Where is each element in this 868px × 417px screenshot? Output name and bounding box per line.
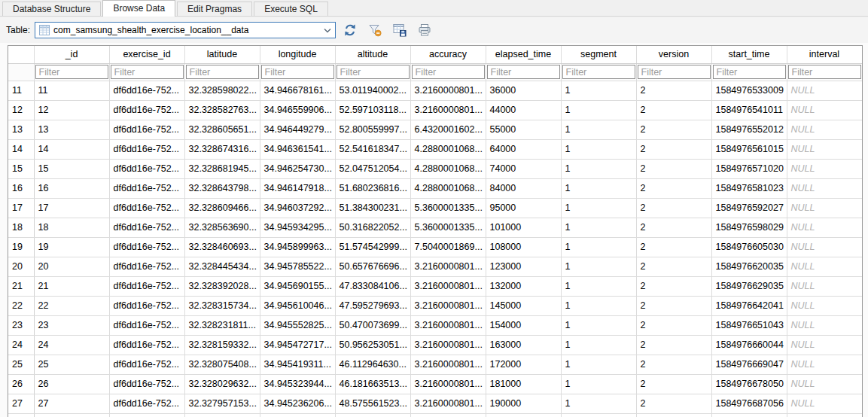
cell-_id[interactable]: 26 bbox=[34, 374, 109, 394]
cell-longitude[interactable]: 34.946559906... bbox=[260, 100, 335, 120]
column-header-interval[interactable]: interval bbox=[787, 46, 862, 63]
cell-elapsed_time[interactable]: 108000 bbox=[486, 237, 561, 257]
row-number[interactable]: 16 bbox=[8, 178, 34, 198]
cell-longitude[interactable]: 34.945934295... bbox=[260, 218, 335, 237]
row-number[interactable]: 15 bbox=[8, 159, 34, 178]
cell-exercise_id[interactable]: df6dd16e-752... bbox=[109, 100, 184, 120]
cell-altitude[interactable]: 47.833084106... bbox=[335, 276, 410, 296]
row-number[interactable]: 27 bbox=[8, 394, 34, 413]
filter-input-accuracy[interactable] bbox=[412, 65, 485, 79]
cell-version[interactable]: 2 bbox=[636, 120, 711, 139]
cell-accuracy[interactable]: 3.2160000801... bbox=[410, 315, 486, 335]
cell-exercise_id[interactable]: df6dd16e-752... bbox=[109, 159, 184, 178]
cell-latitude[interactable]: 32.328643798... bbox=[184, 178, 260, 198]
cell-_id[interactable]: 21 bbox=[34, 276, 109, 296]
cell-version[interactable]: 2 bbox=[636, 394, 711, 413]
cell-segment[interactable]: 1 bbox=[561, 120, 636, 139]
cell-latitude[interactable]: 32.328674316... bbox=[184, 139, 260, 159]
cell-longitude[interactable]: 34.946678161... bbox=[260, 81, 335, 100]
cell-_id[interactable]: 16 bbox=[34, 178, 109, 198]
cell-version[interactable]: 2 bbox=[636, 276, 711, 296]
cell-segment[interactable]: 1 bbox=[561, 139, 636, 159]
cell-longitude[interactable]: 34.945236206... bbox=[260, 394, 335, 413]
cell-exercise_id[interactable]: df6dd16e-752... bbox=[109, 335, 184, 355]
cell-interval[interactable]: NULL bbox=[787, 139, 862, 159]
cell-longitude[interactable]: 34.946449279... bbox=[260, 120, 335, 139]
cell-latitude[interactable]: 32.328598022... bbox=[184, 81, 260, 100]
cell-latitude[interactable]: 32.328681945... bbox=[184, 159, 260, 178]
cell-longitude[interactable]: 34.946361541... bbox=[260, 139, 335, 159]
cell-segment[interactable]: 1 bbox=[561, 178, 636, 198]
cell-accuracy[interactable]: 3.2160000801... bbox=[410, 257, 486, 276]
cell-version[interactable]: 2 bbox=[636, 178, 711, 198]
column-header-version[interactable]: version bbox=[636, 46, 711, 63]
cell-elapsed_time[interactable]: 145000 bbox=[486, 296, 561, 315]
filter-input-interval[interactable] bbox=[788, 65, 861, 79]
cell-version[interactable]: 2 bbox=[636, 296, 711, 315]
filter-input-altitude[interactable] bbox=[337, 65, 410, 79]
row-number[interactable]: 12 bbox=[8, 100, 34, 120]
cell-longitude[interactable]: 34.945472717... bbox=[260, 335, 335, 355]
column-header-altitude[interactable]: altitude bbox=[335, 46, 410, 63]
print-button[interactable] bbox=[414, 21, 435, 39]
cell-start_time[interactable]: 1584976651043 bbox=[711, 315, 787, 335]
cell-segment[interactable]: 1 bbox=[561, 237, 636, 257]
cell-interval[interactable]: NULL bbox=[787, 315, 862, 335]
cell-version[interactable]: 2 bbox=[636, 355, 711, 374]
cell-interval[interactable]: NULL bbox=[787, 81, 862, 100]
cell-start_time[interactable]: 1584976541011 bbox=[711, 100, 787, 120]
cell-accuracy[interactable]: 3.2160000801... bbox=[410, 335, 486, 355]
cell-latitude[interactable]: 32.328029632... bbox=[184, 374, 260, 394]
cell-altitude[interactable]: 51.680236816... bbox=[335, 178, 410, 198]
cell-interval[interactable]: NULL bbox=[787, 159, 862, 178]
cell-version[interactable]: 2 bbox=[636, 315, 711, 335]
cell-start_time[interactable]: 1584976581023 bbox=[711, 178, 787, 198]
cell-altitude[interactable]: 46.112964630... bbox=[335, 355, 410, 374]
cell-interval[interactable]: NULL bbox=[787, 335, 862, 355]
filter-input-latitude[interactable] bbox=[186, 65, 259, 79]
cell-segment[interactable]: 1 bbox=[561, 100, 636, 120]
row-number[interactable]: 21 bbox=[8, 276, 34, 296]
cell-latitude[interactable]: 32.328231811... bbox=[184, 315, 260, 335]
cell-latitude[interactable]: 32.328159332... bbox=[184, 335, 260, 355]
cell-exercise_id[interactable]: df6dd16e-752... bbox=[109, 218, 184, 237]
cell-segment[interactable]: 1 bbox=[561, 198, 636, 218]
cell-accuracy[interactable]: 3.2160000801... bbox=[410, 374, 486, 394]
cell-start_time[interactable]: 1584976598029 bbox=[711, 218, 787, 237]
cell-latitude[interactable]: 32.328582763... bbox=[184, 100, 260, 120]
column-header-segment[interactable]: segment bbox=[561, 46, 636, 63]
cell-elapsed_time[interactable]: 181000 bbox=[486, 374, 561, 394]
cell-segment[interactable]: 1 bbox=[561, 81, 636, 100]
cell-start_time[interactable]: 1584976552012 bbox=[711, 120, 787, 139]
cell-elapsed_time[interactable]: 190000 bbox=[486, 394, 561, 413]
cell-exercise_id[interactable]: df6dd16e-752... bbox=[109, 120, 184, 139]
filter-input-_id[interactable] bbox=[35, 65, 108, 79]
row-number[interactable]: 18 bbox=[8, 218, 34, 237]
cell-altitude[interactable]: 52.597103118... bbox=[335, 100, 410, 120]
cell-start_time[interactable]: 1584976561015 bbox=[711, 139, 787, 159]
cell-accuracy[interactable]: 3.2160000801... bbox=[410, 355, 486, 374]
column-header-elapsed_time[interactable]: elapsed_time bbox=[486, 46, 561, 63]
cell-longitude[interactable]: 34.945899963... bbox=[260, 237, 335, 257]
column-header-_id[interactable]: _id bbox=[34, 46, 109, 63]
cell-segment[interactable]: 1 bbox=[561, 335, 636, 355]
cell-start_time[interactable]: 1584976605030 bbox=[711, 237, 787, 257]
cell-interval[interactable]: NULL bbox=[787, 100, 862, 120]
cell-altitude[interactable]: 52.541618347... bbox=[335, 139, 410, 159]
cell-elapsed_time[interactable]: 84000 bbox=[486, 178, 561, 198]
cell-altitude[interactable]: 50.470073699... bbox=[335, 315, 410, 335]
cell-_id[interactable]: 19 bbox=[34, 237, 109, 257]
cell-longitude[interactable]: 34.945785522... bbox=[260, 257, 335, 276]
cell-interval[interactable]: NULL bbox=[787, 355, 862, 374]
cell-start_time[interactable]: 1584976678050 bbox=[711, 374, 787, 394]
cell-start_time[interactable]: 1584976660044 bbox=[711, 335, 787, 355]
cell-accuracy[interactable]: 3.2160000801... bbox=[410, 81, 486, 100]
column-header-latitude[interactable]: latitude bbox=[184, 46, 260, 63]
cell-_id[interactable]: 17 bbox=[34, 198, 109, 218]
cell-elapsed_time[interactable]: 132000 bbox=[486, 276, 561, 296]
cell-elapsed_time[interactable]: 172000 bbox=[486, 355, 561, 374]
cell-_id[interactable]: 27 bbox=[34, 394, 109, 413]
cell-interval[interactable]: NULL bbox=[787, 394, 862, 413]
cell-segment[interactable]: 1 bbox=[561, 296, 636, 315]
row-number[interactable]: 25 bbox=[8, 355, 34, 374]
